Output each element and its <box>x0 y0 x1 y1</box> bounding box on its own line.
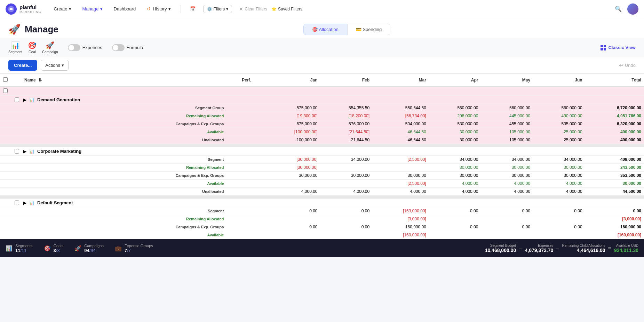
campaign-icon-item[interactable]: 🚀 Campaign <box>42 41 58 54</box>
row-checkbox[interactable] <box>15 201 19 205</box>
segment-icon-group: 📊 Segment 🎯 Goal 🚀 Campaign <box>8 41 58 54</box>
undo-button[interactable]: ↩ Undo <box>619 62 636 69</box>
total-val: 363,500.00 <box>585 172 644 180</box>
feb-val <box>320 215 373 223</box>
select-all-checkbox[interactable] <box>3 77 8 82</box>
apr-val: 530,000.00 <box>429 120 481 128</box>
nav-dashboard[interactable]: Dashboard <box>110 4 140 14</box>
logo-area[interactable]: planful MARKETING <box>6 3 41 15</box>
jun-val: 560,000.00 <box>533 104 585 112</box>
feb-val: 34,000.00 <box>320 156 373 164</box>
header-jan[interactable]: Jan <box>264 74 320 87</box>
allocation-table-wrapper[interactable]: Name ⇅ Perf. Jan Feb Mar Apr May Jun Tot… <box>0 74 644 239</box>
header-total[interactable]: Total <box>585 74 644 87</box>
saved-filters-button[interactable]: ⭐ Saved Filters <box>271 7 302 11</box>
may-val: 560,000.00 <box>481 104 533 112</box>
feb-val <box>320 164 373 172</box>
user-avatar[interactable] <box>627 3 638 15</box>
row-name-label: Default Segment <box>37 200 73 205</box>
header-name[interactable]: Name ⇅ <box>10 74 229 87</box>
toolbar-row: 📊 Segment 🎯 Goal 🚀 Campaign Expenses For… <box>0 38 644 57</box>
row-checkbox[interactable] <box>15 97 19 102</box>
table-row: Unallocated -100,000.00 -21,644.50 46,64… <box>0 136 644 144</box>
feb-val: 576,000.00 <box>320 120 373 128</box>
empty-cell <box>0 172 10 180</box>
header-jun[interactable]: Jun <box>533 74 585 87</box>
nav-manage[interactable]: Manage ▾ <box>78 4 107 14</box>
expand-icon[interactable]: ▶ <box>23 149 26 154</box>
jan-val: [30,000.00] <box>264 164 320 172</box>
perf-cell <box>229 172 263 180</box>
segment-group-label <box>264 96 644 104</box>
segment-icon-item[interactable]: 📊 Segment <box>8 41 22 54</box>
may-val: 0.00 <box>481 223 533 231</box>
total-val: 4,051,766.00 <box>585 112 644 120</box>
clear-filters-button[interactable]: ✕ Clear Filters <box>239 6 267 12</box>
chevron-down-icon: ▾ <box>226 7 228 11</box>
mar-val: 504,000.00 <box>372 120 429 128</box>
table-row: Campaigns & Exp. Groups 0.00 0.00 160,00… <box>0 223 644 231</box>
expand-icon[interactable]: ▶ <box>23 97 26 102</box>
header-may[interactable]: May <box>481 74 533 87</box>
row-name-cell: ▶ 📊 Demand Generation <box>10 96 229 104</box>
apr-val <box>429 231 481 239</box>
mar-val: [56,734.00] <box>372 112 429 120</box>
header-mar[interactable]: Mar <box>372 74 429 87</box>
feb-val: 4,000.00 <box>320 188 373 196</box>
search-button[interactable]: 🔍 <box>612 3 625 15</box>
row-type-label: Segment <box>10 156 229 164</box>
may-val: 455,000.00 <box>481 120 533 128</box>
formula-toggle[interactable] <box>112 44 125 51</box>
feb-val: -21,644.50 <box>320 136 373 144</box>
calendar-icon-btn[interactable]: 📅 <box>186 3 199 15</box>
expense-groups-icon: 💼 <box>115 245 122 252</box>
feb-val: [21,644.50] <box>320 128 373 136</box>
mar-val: 46,644.50 <box>372 128 429 136</box>
expand-icon[interactable]: ▶ <box>23 201 26 205</box>
nav-history[interactable]: ↺ History ▾ <box>143 4 175 14</box>
filters-button[interactable]: ⚙️ Filters ▾ <box>203 5 232 13</box>
jan-val: 675,000.00 <box>264 120 320 128</box>
empty-cell <box>0 223 10 231</box>
classic-view-button[interactable]: Classic View <box>601 45 636 50</box>
goal-icon-item[interactable]: 🎯 Goal <box>28 41 37 54</box>
spending-icon: 💳 <box>356 27 361 32</box>
jan-val: -100,000.00 <box>264 136 320 144</box>
row-checkbox[interactable] <box>15 149 19 154</box>
row-checkbox[interactable] <box>3 88 8 93</box>
row-checkbox-cell[interactable] <box>0 87 10 96</box>
perf-cell <box>229 104 263 112</box>
row-checkbox-cell <box>0 199 10 207</box>
tab-spending[interactable]: 💳 Spending <box>347 24 391 35</box>
goal-icon: 🎯 <box>28 41 37 49</box>
header-apr[interactable]: Apr <box>429 74 481 87</box>
feb-val: 554,355.50 <box>320 104 373 112</box>
chevron-down-icon: ▾ <box>69 6 71 11</box>
row-type-label: Campaigns & Exp. Groups <box>10 120 229 128</box>
empty-cell <box>0 136 10 144</box>
row-type-label: Remaining Allocated <box>10 112 229 120</box>
perf-cell <box>229 164 263 172</box>
actions-button[interactable]: Actions ▾ <box>41 60 69 71</box>
mar-val: 160,000.00 <box>372 223 429 231</box>
star-icon: ⭐ <box>271 7 277 11</box>
total-val: 6,720,000.00 <box>585 104 644 112</box>
perf-cell <box>229 207 263 215</box>
formula-toggle-group: Formula <box>112 44 143 51</box>
expenses-toggle[interactable] <box>68 44 80 51</box>
segments-stat: 📊 Segments 11/11 <box>6 244 33 253</box>
table-row: Remaining Allocated [3,000.00] [3,000.00… <box>0 215 644 223</box>
manage-icon: 🚀 <box>8 24 21 35</box>
nav-create[interactable]: Create ▾ <box>50 4 75 14</box>
row-type-label: Segment <box>10 207 229 215</box>
campaigns-stat-info: Campaigns 94/94 <box>84 244 104 253</box>
header-feb[interactable]: Feb <box>320 74 373 87</box>
table-header-row: Name ⇅ Perf. Jan Feb Mar Apr May Jun Tot… <box>0 74 644 87</box>
perf-cell <box>229 136 263 144</box>
create-button[interactable]: Create... <box>8 60 37 71</box>
row-type-label: Segment Group <box>10 104 229 112</box>
row-type-label: Remaining Allocated <box>10 215 229 223</box>
row-type-label: Campaigns & Exp. Groups <box>10 223 229 231</box>
tab-allocation[interactable]: 🎯 Allocation <box>303 24 347 35</box>
expenses-metric: Expenses 4,079,372.70 <box>525 244 554 253</box>
